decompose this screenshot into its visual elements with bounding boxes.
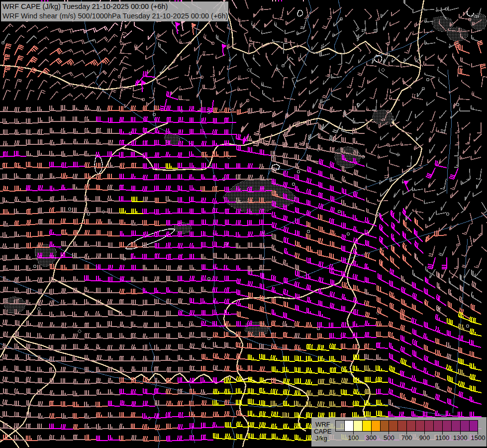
svg-text:100: 100 <box>348 434 359 442</box>
svg-text:J/kg: J/kg <box>315 435 327 442</box>
svg-text:500: 500 <box>384 434 394 442</box>
svg-text:900: 900 <box>419 434 430 442</box>
svg-text:300: 300 <box>366 434 377 442</box>
svg-text:1100: 1100 <box>435 434 449 442</box>
svg-text:WRF Wind shear (m/s) 500/1000h: WRF Wind shear (m/s) 500/1000hPa Tuesday… <box>2 12 228 20</box>
svg-text:WRF CAPE (J/kg) Tuesday 21-10-: WRF CAPE (J/kg) Tuesday 21-10-2025 00:00… <box>2 2 168 10</box>
svg-text:1300: 1300 <box>453 434 468 442</box>
svg-text:WRF: WRF <box>315 421 330 428</box>
svg-text:CAPE: CAPE <box>314 428 332 435</box>
svg-text:1500: 1500 <box>471 434 485 442</box>
svg-text:700: 700 <box>401 434 412 442</box>
